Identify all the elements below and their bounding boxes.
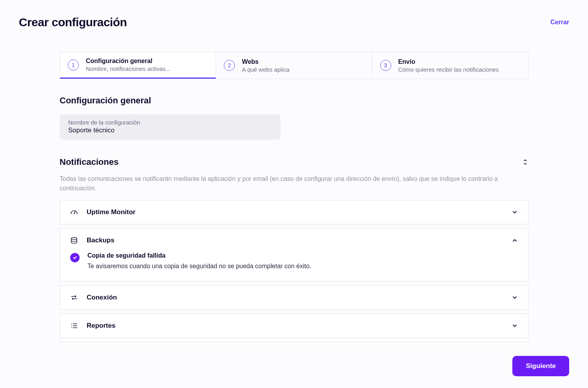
section-notifications-heading: Notificaciones (60, 157, 118, 167)
database-icon (70, 236, 78, 244)
accordion-header[interactable]: Conexión (60, 286, 528, 309)
step-number: 1 (68, 60, 79, 70)
notification-option-desc: Te avisaremos cuando una copia de seguri… (87, 262, 518, 271)
notification-option-title: Copia de seguridad fallida (87, 252, 518, 259)
close-link[interactable]: Cerrar (550, 19, 569, 26)
accordion-item-reportes: Reportes (60, 314, 528, 338)
step-title: Webs (242, 58, 289, 65)
stepper: 1 Configuración general Nombre, notifica… (60, 52, 528, 79)
list-icon (70, 322, 78, 330)
notifications-description: Todas las comunicaciones se notificarán … (60, 174, 528, 193)
step-envio[interactable]: 3 Envío Cómo quieres recibir las notific… (372, 52, 528, 79)
next-button[interactable]: Siguiente (512, 356, 569, 376)
expand-collapse-icon[interactable] (522, 158, 528, 166)
accordion-title: Reportes (87, 322, 503, 330)
step-number: 2 (224, 60, 235, 71)
notification-option[interactable]: Copia de seguridad fallida Te avisaremos… (70, 252, 518, 271)
config-name-input[interactable] (68, 126, 272, 134)
accordion-item-backups: Backups Copia de seguridad fallida Te av… (60, 228, 528, 282)
step-number: 3 (380, 60, 391, 71)
svg-point-1 (71, 238, 77, 240)
accordion-title: Backups (87, 236, 503, 244)
config-name-field[interactable]: Nombre de la configuración (60, 114, 281, 140)
accordion-title: Conexión (87, 294, 503, 301)
accordion-header[interactable]: Reportes (60, 314, 528, 337)
page-title: Crear configuración (19, 16, 127, 29)
accordion-item-partial (60, 342, 528, 345)
svg-point-6 (71, 327, 72, 328)
arrows-icon (70, 294, 78, 301)
svg-point-2 (71, 323, 72, 324)
svg-point-0 (74, 213, 74, 214)
chevron-down-icon (512, 209, 518, 215)
config-name-label: Nombre de la configuración (68, 119, 272, 126)
chevron-down-icon (512, 323, 518, 329)
accordion-item-uptime: Uptime Monitor (60, 200, 528, 224)
chevron-down-icon (512, 294, 518, 301)
accordion-header[interactable]: Backups (60, 229, 528, 252)
step-webs[interactable]: 2 Webs A qué webs aplica (216, 52, 372, 79)
chevron-up-icon (512, 237, 518, 244)
svg-point-4 (71, 325, 72, 326)
section-general-heading: Configuración general (60, 96, 528, 106)
step-subtitle: Cómo quieres recibir las notificaciones (398, 66, 499, 73)
step-subtitle: Nombre, notificaciones activas... (86, 65, 171, 72)
step-subtitle: A qué webs aplica (242, 66, 289, 73)
step-title: Configuración general (86, 58, 171, 65)
gauge-icon (70, 208, 78, 216)
step-title: Envío (398, 58, 499, 65)
step-general[interactable]: 1 Configuración general Nombre, notifica… (60, 52, 216, 79)
notification-accordion: Uptime Monitor Backups (60, 200, 528, 345)
check-icon (70, 253, 80, 262)
accordion-title: Uptime Monitor (87, 208, 503, 216)
accordion-header[interactable]: Uptime Monitor (60, 200, 528, 224)
accordion-body: Copia de seguridad fallida Te avisaremos… (60, 252, 528, 281)
accordion-item-conexion: Conexión (60, 285, 528, 310)
